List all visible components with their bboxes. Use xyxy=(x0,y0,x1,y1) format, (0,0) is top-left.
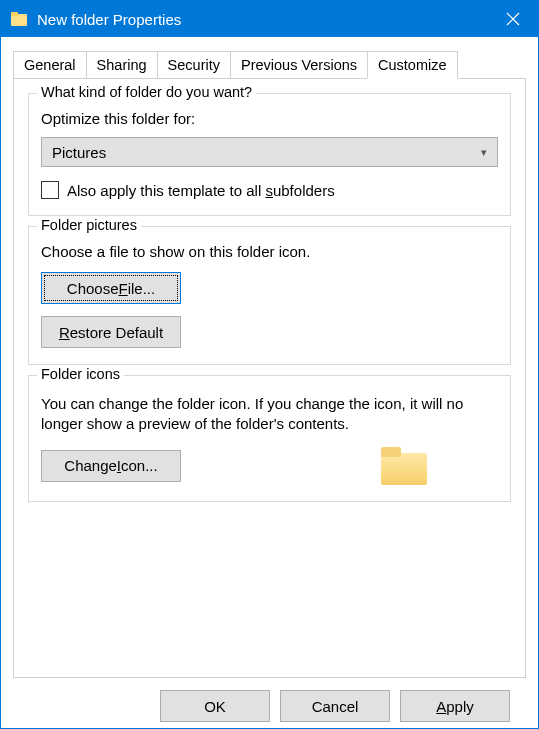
optimize-select[interactable]: Pictures ▾ xyxy=(41,137,498,167)
icons-desc: You can change the folder icon. If you c… xyxy=(41,394,498,435)
checkbox-box xyxy=(41,181,59,199)
chevron-down-icon: ▾ xyxy=(481,146,487,159)
group-folder-icons: Folder icons You can change the folder i… xyxy=(28,375,511,502)
tab-general[interactable]: General xyxy=(13,51,87,79)
content-area: General Sharing Security Previous Versio… xyxy=(1,37,538,729)
window-title: New folder Properties xyxy=(37,11,488,28)
pictures-desc: Choose a file to show on this folder ico… xyxy=(41,243,498,260)
tab-strip: General Sharing Security Previous Versio… xyxy=(13,51,526,79)
tab-sharing[interactable]: Sharing xyxy=(86,51,158,79)
folder-icon xyxy=(11,12,27,26)
group-folder-kind: What kind of folder do you want? Optimiz… xyxy=(28,93,511,216)
cancel-button[interactable]: Cancel xyxy=(280,690,390,722)
tab-previous-versions[interactable]: Previous Versions xyxy=(230,51,368,79)
choose-file-button[interactable]: Choose File... xyxy=(41,272,181,304)
tab-security[interactable]: Security xyxy=(157,51,231,79)
group-legend-icons: Folder icons xyxy=(37,366,124,382)
apply-subfolders-checkbox[interactable]: Also apply this template to all subfolde… xyxy=(41,181,498,199)
group-folder-pictures: Folder pictures Choose a file to show on… xyxy=(28,226,511,365)
folder-preview-icon xyxy=(381,447,427,485)
group-legend-pictures: Folder pictures xyxy=(37,217,141,233)
dialog-footer: OK Cancel Apply xyxy=(13,678,526,722)
close-button[interactable] xyxy=(488,1,538,37)
ok-button[interactable]: OK xyxy=(160,690,270,722)
change-icon-button[interactable]: Change Icon... xyxy=(41,450,181,482)
apply-button[interactable]: Apply xyxy=(400,690,510,722)
restore-default-button[interactable]: Restore Default xyxy=(41,316,181,348)
tab-customize[interactable]: Customize xyxy=(367,51,458,79)
titlebar: New folder Properties xyxy=(1,1,538,37)
close-icon xyxy=(506,12,520,26)
optimize-select-value: Pictures xyxy=(52,144,106,161)
tab-panel-customize: What kind of folder do you want? Optimiz… xyxy=(13,78,526,678)
checkbox-label: Also apply this template to all subfolde… xyxy=(67,182,335,199)
group-legend-kind: What kind of folder do you want? xyxy=(37,84,256,100)
optimize-label: Optimize this folder for: xyxy=(41,110,498,127)
